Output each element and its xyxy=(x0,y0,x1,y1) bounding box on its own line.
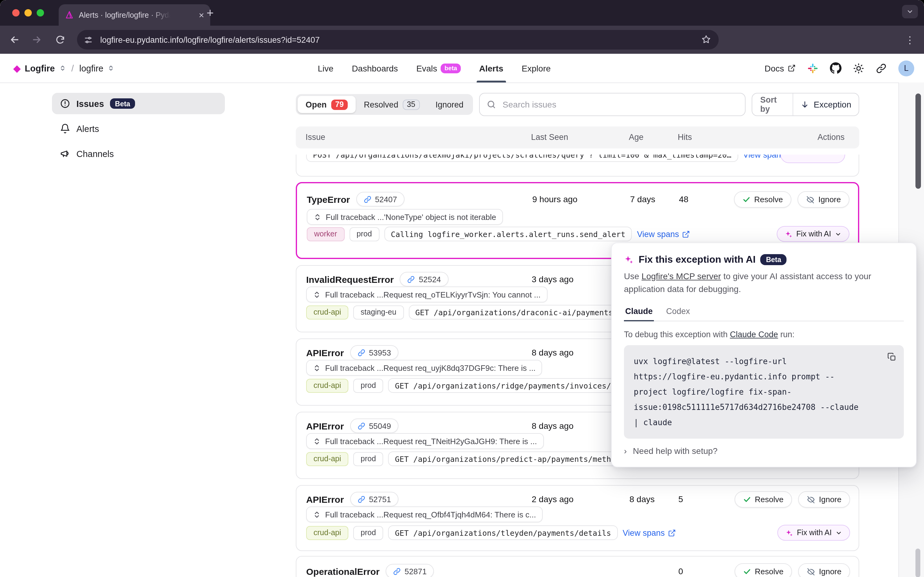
sidebar-item-channels[interactable]: Channels xyxy=(52,143,225,164)
external-link-icon xyxy=(668,529,676,537)
view-spans-link[interactable]: View spans xyxy=(637,229,690,239)
ignore-button[interactable]: Ignore xyxy=(798,491,850,508)
new-tab-button[interactable]: + xyxy=(206,6,214,20)
issue-row-partial[interactable]: POST /api/organizations/alexmojaki/proje… xyxy=(296,155,859,177)
nav-alerts[interactable]: Alerts xyxy=(479,54,503,82)
slack-icon[interactable] xyxy=(807,63,818,74)
issue-id-chip[interactable]: 52871 xyxy=(385,564,434,577)
user-avatar[interactable]: L xyxy=(898,60,914,76)
nav-live[interactable]: Live xyxy=(318,54,333,82)
view-spans-link[interactable]: View spans xyxy=(623,528,676,537)
env-tag: staging-eu xyxy=(353,305,404,319)
issues-beta-badge: Beta xyxy=(110,98,135,109)
open-count-badge: 79 xyxy=(331,99,348,110)
traceback-chip[interactable]: Full traceback ...Request req_uyjK8dq37D… xyxy=(306,360,542,376)
filter-tab-open[interactable]: Open 79 xyxy=(298,96,356,113)
issue-id-chip[interactable]: 53953 xyxy=(350,345,398,360)
issue-id-chip[interactable]: 52407 xyxy=(356,192,404,206)
org-name[interactable]: Logfire xyxy=(25,63,55,73)
span-code-chip[interactable]: POST /api/organizations/alexmojaki/proje… xyxy=(306,155,738,162)
span-code-chip[interactable]: GET /api/organizations/ridge/payments/in… xyxy=(388,378,641,393)
minimize-window-button[interactable] xyxy=(24,9,32,16)
filter-tab-ignored[interactable]: Ignored xyxy=(427,96,471,113)
docs-link[interactable]: Docs xyxy=(764,63,796,73)
fullscreen-window-button[interactable] xyxy=(37,9,44,16)
project-selector-icon[interactable] xyxy=(108,65,114,71)
sort-value-dropdown[interactable]: Exception xyxy=(793,100,859,110)
popup-title: Fix this exception with AI xyxy=(639,254,756,265)
fix-with-ai-button[interactable]: Fix with AI xyxy=(777,525,850,541)
fix-with-ai-button[interactable]: Fix with AI xyxy=(777,226,850,242)
check-icon xyxy=(743,495,751,503)
search-input[interactable] xyxy=(502,99,738,110)
issue-id-chip[interactable]: 55049 xyxy=(350,419,398,433)
sort-control[interactable]: Sort by Exception xyxy=(751,93,859,116)
browser-tab[interactable]: Alerts · logfire/logfire · Pydant × xyxy=(59,4,210,26)
filter-tab-resolved[interactable]: Resolved 35 xyxy=(356,96,427,113)
tab-codex[interactable]: Codex xyxy=(665,304,691,321)
command-text[interactable]: uvx logfire@latest --logfire-url https:/… xyxy=(634,354,861,430)
traceback-chip[interactable]: Full traceback ...Request req_TNeitH2yGa… xyxy=(306,433,543,449)
unfold-icon xyxy=(313,511,321,518)
logfire-app: ◆ Logfire / logfire Live Dashboards Eval… xyxy=(0,54,924,577)
sparkles-icon xyxy=(624,255,634,264)
nav-evals[interactable]: Evalsbeta xyxy=(416,54,461,82)
evals-beta-badge: beta xyxy=(441,63,461,73)
tab-claude[interactable]: Claude xyxy=(624,304,654,321)
scrollbar-thumb[interactable] xyxy=(916,93,921,189)
issue-id-chip[interactable]: 52524 xyxy=(400,272,448,287)
ignore-button[interactable]: Ignore xyxy=(798,191,850,208)
back-button[interactable] xyxy=(7,32,22,47)
issue-id-chip[interactable]: 52751 xyxy=(350,492,398,506)
share-link-icon[interactable] xyxy=(876,63,887,74)
ignore-button[interactable]: Ignore xyxy=(798,563,850,577)
issue-name: APIError xyxy=(306,347,344,358)
resolve-button[interactable]: Resolve xyxy=(735,563,792,577)
bookmark-star-icon[interactable] xyxy=(701,34,711,45)
traceback-chip[interactable]: Full traceback ...Request req_oTELKiyyrT… xyxy=(306,287,547,302)
setup-help-toggle[interactable]: › Need help with setup? xyxy=(624,446,904,456)
span-code-chip[interactable]: GET /api/organizations/tleyden/payments/… xyxy=(388,525,618,540)
chevron-right-icon: › xyxy=(624,446,627,456)
theme-toggle-sun-icon[interactable] xyxy=(853,63,864,74)
browser-menu-icon[interactable]: ⋮ xyxy=(905,34,916,45)
unfold-icon xyxy=(313,213,321,221)
close-tab-icon[interactable]: × xyxy=(198,10,204,19)
traceback-chip[interactable]: Full traceback ...Request req_Ofbf4Tjqh4… xyxy=(306,506,543,522)
resolve-button[interactable]: Resolve xyxy=(735,491,792,508)
nav-dashboards[interactable]: Dashboards xyxy=(352,54,398,82)
span-code-chip[interactable]: GET /api/organizations/predict-ap/paymen… xyxy=(388,451,632,466)
nav-explore[interactable]: Explore xyxy=(522,54,551,82)
url-text: logfire-eu.pydantic.info/logfire/logfire… xyxy=(100,35,319,44)
breadcrumb-separator: / xyxy=(71,63,74,73)
service-tag: crud-api xyxy=(306,526,348,540)
span-code-chip[interactable]: Calling logfire_worker.alerts.alert_runs… xyxy=(384,227,632,241)
mcp-server-link[interactable]: Logfire's MCP server xyxy=(642,271,721,281)
issue-row-apierror-52751[interactable]: APIError 52751 2 days ago 8 days 5 Resol… xyxy=(296,485,859,551)
site-settings-icon[interactable] xyxy=(81,32,95,47)
last-seen-value: 9 hours ago xyxy=(532,194,577,204)
search-box[interactable] xyxy=(479,93,745,116)
copy-icon[interactable] xyxy=(887,353,897,362)
last-seen-value: 3 days ago xyxy=(532,274,574,284)
close-window-button[interactable] xyxy=(12,9,19,16)
tab-overview-button[interactable] xyxy=(902,5,918,18)
fix-with-ai-button[interactable] xyxy=(780,155,845,163)
issue-row-operationalerror[interactable]: OperationalError 52871 0 Resolve Ignore xyxy=(296,556,859,577)
project-name[interactable]: logfire xyxy=(79,63,103,73)
inner-scrollbar-thumb[interactable] xyxy=(916,549,920,577)
window-controls xyxy=(12,9,44,16)
address-bar[interactable]: logfire-eu.pydantic.info/logfire/logfire… xyxy=(77,30,719,50)
breadcrumb: ◆ Logfire / logfire xyxy=(13,54,114,82)
last-seen-value: 2 days ago xyxy=(532,494,574,504)
sidebar-item-issues[interactable]: Issues Beta xyxy=(52,93,225,114)
traceback-chip[interactable]: Full traceback ...'NoneType' object is n… xyxy=(307,209,503,225)
sidebar-item-alerts[interactable]: Alerts xyxy=(52,118,225,139)
forward-button[interactable] xyxy=(29,32,44,47)
last-seen-value: 8 days ago xyxy=(532,348,574,357)
org-selector-icon[interactable] xyxy=(59,65,66,71)
github-icon[interactable] xyxy=(830,62,842,74)
resolve-button[interactable]: Resolve xyxy=(734,191,792,208)
claude-code-link[interactable]: Claude Code xyxy=(730,330,778,339)
reload-button[interactable] xyxy=(53,32,67,47)
